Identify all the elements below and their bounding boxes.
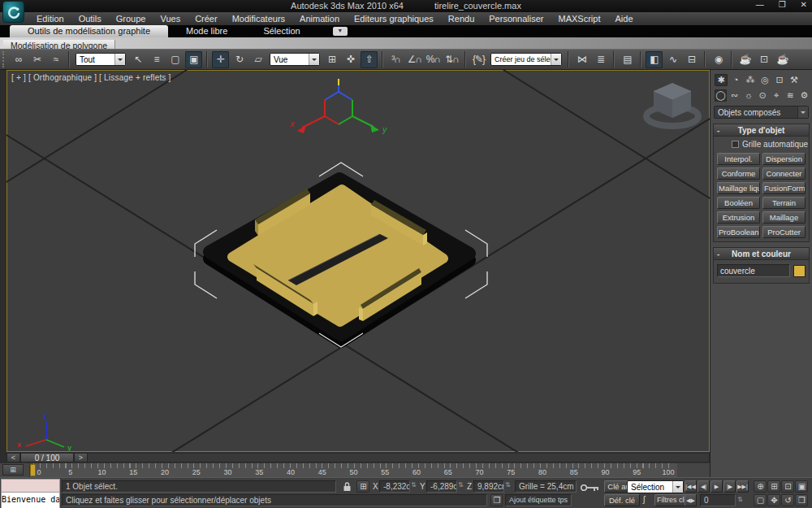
- edit-named-selection-sets-icon[interactable]: {✎}: [470, 51, 487, 68]
- schematic-view-icon[interactable]: ⊟: [683, 51, 700, 68]
- lid-object[interactable]: [209, 179, 469, 341]
- select-and-move-icon[interactable]: ✛: [212, 51, 229, 68]
- modify-tab[interactable]: ◔: [729, 74, 742, 86]
- use-pivot-point-center-icon[interactable]: ⊞: [323, 51, 340, 68]
- menu-item[interactable]: Personnaliser: [482, 12, 551, 25]
- open-mini-curve-editor-icon[interactable]: ⊞: [2, 464, 24, 475]
- time-slider-track[interactable]: [88, 453, 710, 462]
- orbit-icon[interactable]: ↺: [781, 494, 794, 506]
- ribbon-tab[interactable]: Mode libre: [168, 25, 245, 37]
- object-name-field[interactable]: couvercle: [717, 264, 790, 277]
- menu-item[interactable]: Rendu: [441, 12, 482, 25]
- menu-item[interactable]: Vues: [153, 12, 188, 25]
- object-type-button[interactable]: Conforme: [717, 167, 760, 180]
- object-type-button[interactable]: Connecter: [762, 167, 806, 180]
- listener-line[interactable]: Bienvenue da: [2, 493, 59, 507]
- maximize-button[interactable]: ❐: [779, 0, 786, 9]
- lights-category[interactable]: ☼: [742, 89, 754, 102]
- chevron-down-icon[interactable]: [114, 54, 125, 65]
- pan-icon[interactable]: ✥: [767, 494, 780, 506]
- curve-editor-icon[interactable]: ∿: [664, 51, 681, 68]
- minimize-button[interactable]: —: [756, 0, 764, 9]
- selection-lock-icon[interactable]: [341, 480, 353, 494]
- mirror-icon[interactable]: ⋈: [573, 51, 590, 68]
- select-and-manipulate-icon[interactable]: ✜: [342, 51, 359, 68]
- named-selection-set-dropdown[interactable]: Créer jeu de sélect: [490, 53, 562, 66]
- menu-item[interactable]: Groupe: [109, 12, 153, 25]
- space-warps-category[interactable]: ≋: [784, 89, 797, 102]
- current-frame-field[interactable]: 0: [700, 494, 736, 506]
- snap-toggle-3d-icon[interactable]: ³∩: [387, 51, 404, 68]
- selection-filter-dropdown[interactable]: Tout: [76, 53, 126, 66]
- time-tag-field[interactable]: Ajout étiquette tps: [505, 494, 572, 506]
- ribbon-tab[interactable]: Sélection: [245, 25, 317, 37]
- close-button[interactable]: ✕: [801, 0, 807, 9]
- motion-tab[interactable]: ◎: [758, 74, 771, 86]
- rollout-header[interactable]: - Nom et couleur: [714, 248, 809, 260]
- ribbon-tab[interactable]: Outils de modélisation graphite: [10, 25, 168, 37]
- next-frame-button[interactable]: |▶: [723, 480, 736, 493]
- object-type-button[interactable]: Interpol.: [717, 153, 760, 165]
- render-production-icon[interactable]: ☕: [774, 51, 791, 68]
- view-cube[interactable]: [646, 83, 698, 126]
- object-type-button[interactable]: Booléen: [717, 197, 760, 209]
- graphite-modeling-tools-toggle-icon[interactable]: ◧: [646, 51, 663, 68]
- menu-item[interactable]: Modificateurs: [225, 12, 292, 25]
- rollout-header[interactable]: - Type d'objet: [714, 124, 809, 137]
- object-type-button[interactable]: FusionForme: [762, 182, 806, 194]
- spinner-icon[interactable]: ⇅: [737, 496, 743, 503]
- menu-item[interactable]: Aide: [608, 12, 641, 25]
- menu-item[interactable]: Animation: [292, 12, 347, 25]
- spinner-icon[interactable]: ⇅: [505, 481, 511, 488]
- display-tab[interactable]: ⊡: [773, 74, 786, 86]
- object-type-button[interactable]: Dispersion: [762, 153, 806, 165]
- ribbon-minimize-toggle-icon[interactable]: ▾: [333, 27, 348, 36]
- zoom-all-icon[interactable]: ⊞: [767, 480, 780, 493]
- shapes-category[interactable]: ∾: [728, 89, 741, 102]
- window-crossing-icon[interactable]: ▣: [185, 51, 202, 68]
- object-type-button[interactable]: ProCutter: [762, 226, 806, 238]
- layer-manager-icon[interactable]: ▤: [619, 51, 636, 68]
- geometry-category[interactable]: ◯: [715, 89, 727, 102]
- keyboard-override-toggle-icon[interactable]: ⇧: [361, 51, 378, 68]
- viewport[interactable]: x y z x y [ + ] [ Orthographique ] [ Lis…: [6, 70, 710, 452]
- y-coord-field[interactable]: -6,289cm: [426, 480, 457, 493]
- spinner-snap-icon[interactable]: ⇅∩: [443, 51, 460, 68]
- selection-region-icon[interactable]: ▢: [166, 51, 184, 68]
- set-key-button[interactable]: Déf. clé: [604, 494, 640, 506]
- object-type-button[interactable]: Maillage: [762, 211, 806, 224]
- zoom-extents-selected-icon[interactable]: ⊡: [781, 480, 794, 493]
- select-by-name-icon[interactable]: ≡: [148, 51, 165, 68]
- reference-coordinate-system-dropdown[interactable]: Vue: [270, 53, 320, 66]
- menu-item[interactable]: Outils: [71, 12, 109, 25]
- key-mode-toggle-icon[interactable]: ◀▶: [685, 494, 697, 506]
- default-in-out-tangents-icon[interactable]: ʃ: [643, 494, 645, 504]
- select-and-scale-icon[interactable]: ▱: [249, 51, 266, 68]
- chevron-down-icon[interactable]: [551, 54, 561, 65]
- 3dsmax-logo-icon[interactable]: [2, 1, 24, 23]
- object-type-button[interactable]: Maillage liquide: [717, 182, 760, 194]
- object-color-swatch[interactable]: [793, 265, 806, 277]
- toolbar-grip[interactable]: [2, 51, 6, 67]
- zoom-icon[interactable]: ⊕: [754, 480, 767, 493]
- menu-item[interactable]: Edition: [29, 12, 71, 25]
- time-tag-icon[interactable]: ❐: [490, 494, 503, 506]
- time-slider-next-button[interactable]: >: [74, 453, 88, 462]
- cameras-category[interactable]: ⊙: [756, 89, 768, 102]
- play-button[interactable]: ▶: [710, 480, 723, 493]
- chevron-down-icon[interactable]: [672, 481, 683, 493]
- object-category-dropdown[interactable]: Objets composés: [714, 106, 809, 119]
- render-setup-icon[interactable]: ☕: [736, 51, 754, 68]
- object-type-button[interactable]: ProBoolean: [717, 226, 760, 238]
- chevron-down-icon[interactable]: [309, 54, 319, 65]
- select-object-icon[interactable]: ↖: [129, 51, 146, 68]
- time-slider-prev-button[interactable]: <: [6, 453, 20, 462]
- absolute-offset-mode-icon[interactable]: ⊞: [356, 480, 369, 493]
- x-coord-field[interactable]: -8,232cm: [379, 480, 410, 493]
- rendered-frame-window-icon[interactable]: ⊡: [755, 51, 772, 68]
- macro-recorder-line[interactable]: [2, 480, 59, 493]
- viewport-label[interactable]: [ + ] [ Orthographique ] [ Lissage + ref…: [11, 73, 171, 82]
- z-coord-field[interactable]: 9,892cm: [473, 480, 504, 493]
- menu-item[interactable]: MAXScript: [551, 12, 608, 25]
- move-gizmo[interactable]: x y: [289, 79, 388, 134]
